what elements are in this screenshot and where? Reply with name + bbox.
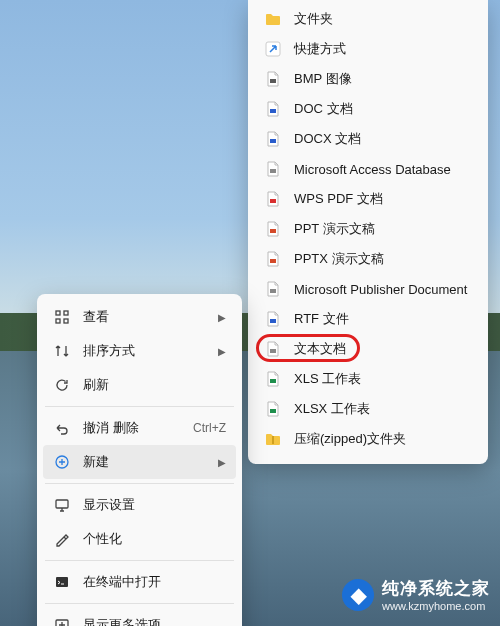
undo-icon <box>53 419 71 437</box>
xlsx-icon <box>264 400 282 418</box>
svg-rect-14 <box>56 311 60 315</box>
xls-icon <box>264 370 282 388</box>
refresh-icon <box>53 376 71 394</box>
ctx-edit-1[interactable]: 新建 ▶ <box>43 445 236 479</box>
menu-label: 新建 <box>83 453 210 471</box>
svg-rect-10 <box>270 349 276 353</box>
more-options-icon <box>53 616 71 626</box>
new-item-14[interactable]: 压缩(zipped)文件夹 <box>254 424 482 454</box>
pptx-icon <box>264 250 282 268</box>
new-submenu: 文件夹 快捷方式 BMP 图像 DOC 文档 DOCX 文档 Microsoft… <box>248 0 488 464</box>
doc-icon <box>264 100 282 118</box>
new-item-11[interactable]: 文本文档 <box>254 334 482 364</box>
svg-rect-1 <box>270 79 276 83</box>
svg-rect-9 <box>270 319 276 323</box>
svg-rect-6 <box>270 229 276 233</box>
sub-label: 文本文档 <box>294 340 472 358</box>
menu-label: 显示设置 <box>83 496 226 514</box>
sub-label: DOCX 文档 <box>294 130 472 148</box>
sub-label: XLSX 工作表 <box>294 400 472 418</box>
zip-icon <box>264 430 282 448</box>
watermark-title: 纯净系统之家 <box>382 577 490 600</box>
svg-rect-11 <box>270 379 276 383</box>
svg-rect-12 <box>270 409 276 413</box>
menu-shortcut: Ctrl+Z <box>193 421 226 435</box>
new-item-13[interactable]: XLSX 工作表 <box>254 394 482 424</box>
svg-rect-4 <box>270 169 276 173</box>
chevron-right-icon: ▶ <box>218 346 226 357</box>
watermark-logo-icon: ◆ <box>342 579 374 611</box>
sub-label: PPTX 演示文稿 <box>294 250 472 268</box>
svg-rect-17 <box>64 319 68 323</box>
terminal-icon <box>53 573 71 591</box>
svg-rect-20 <box>56 577 68 587</box>
ctx-view-1[interactable]: 排序方式 ▶ <box>43 334 236 368</box>
access-icon <box>264 160 282 178</box>
rtf-icon <box>264 310 282 328</box>
sub-label: 快捷方式 <box>294 40 472 58</box>
sub-label: 文件夹 <box>294 10 472 28</box>
sub-label: WPS PDF 文档 <box>294 190 472 208</box>
sort-icon <box>53 342 71 360</box>
new-item-12[interactable]: XLS 工作表 <box>254 364 482 394</box>
ctx-settings-1[interactable]: 个性化 <box>43 522 236 556</box>
menu-label: 在终端中打开 <box>83 573 226 591</box>
sub-label: XLS 工作表 <box>294 370 472 388</box>
sub-label: RTF 文件 <box>294 310 472 328</box>
watermark-url: www.kzmyhome.com <box>382 600 490 612</box>
ctx-settings-0[interactable]: 显示设置 <box>43 488 236 522</box>
ctx-terminal-0[interactable]: 在终端中打开 <box>43 565 236 599</box>
menu-label: 撤消 删除 <box>83 419 193 437</box>
menu-label: 刷新 <box>83 376 226 394</box>
menu-label: 显示更多选项 <box>83 616 226 626</box>
new-item-3[interactable]: DOC 文档 <box>254 94 482 124</box>
new-item-0[interactable]: 文件夹 <box>254 4 482 34</box>
new-item-6[interactable]: WPS PDF 文档 <box>254 184 482 214</box>
new-item-5[interactable]: Microsoft Access Database <box>254 154 482 184</box>
new-item-4[interactable]: DOCX 文档 <box>254 124 482 154</box>
personalize-icon <box>53 530 71 548</box>
new-item-10[interactable]: RTF 文件 <box>254 304 482 334</box>
svg-rect-8 <box>270 289 276 293</box>
svg-rect-5 <box>270 199 276 203</box>
svg-rect-16 <box>56 319 60 323</box>
sub-label: Microsoft Publisher Document <box>294 282 472 297</box>
svg-rect-7 <box>270 259 276 263</box>
new-item-2[interactable]: BMP 图像 <box>254 64 482 94</box>
txt-icon <box>264 340 282 358</box>
new-item-1[interactable]: 快捷方式 <box>254 34 482 64</box>
watermark: ◆ 纯净系统之家 www.kzmyhome.com <box>342 577 490 612</box>
folder-icon <box>264 10 282 28</box>
chevron-right-icon: ▶ <box>218 312 226 323</box>
view-grid-icon <box>53 308 71 326</box>
svg-rect-15 <box>64 311 68 315</box>
new-icon <box>53 453 71 471</box>
new-item-9[interactable]: Microsoft Publisher Document <box>254 274 482 304</box>
bmp-icon <box>264 70 282 88</box>
svg-rect-13 <box>272 436 274 444</box>
ppt-icon <box>264 220 282 238</box>
ctx-edit-0[interactable]: 撤消 删除 Ctrl+Z <box>43 411 236 445</box>
svg-rect-19 <box>56 500 68 508</box>
desktop-context-menu: 查看 ▶ 排序方式 ▶ 刷新 撤消 删除 Ctrl+Z 新建 ▶ 显示设置 个性… <box>37 294 242 626</box>
new-item-8[interactable]: PPTX 演示文稿 <box>254 244 482 274</box>
menu-label: 个性化 <box>83 530 226 548</box>
menu-label: 排序方式 <box>83 342 210 360</box>
shortcut-icon <box>264 40 282 58</box>
menu-label: 查看 <box>83 308 210 326</box>
new-item-7[interactable]: PPT 演示文稿 <box>254 214 482 244</box>
sub-label: Microsoft Access Database <box>294 162 472 177</box>
svg-rect-2 <box>270 109 276 113</box>
display-icon <box>53 496 71 514</box>
publisher-icon <box>264 280 282 298</box>
sub-label: PPT 演示文稿 <box>294 220 472 238</box>
ctx-more-0[interactable]: 显示更多选项 <box>43 608 236 626</box>
chevron-right-icon: ▶ <box>218 457 226 468</box>
docx-icon <box>264 130 282 148</box>
svg-rect-3 <box>270 139 276 143</box>
sub-label: BMP 图像 <box>294 70 472 88</box>
ctx-view-0[interactable]: 查看 ▶ <box>43 300 236 334</box>
pdf-icon <box>264 190 282 208</box>
sub-label: DOC 文档 <box>294 100 472 118</box>
ctx-view-2[interactable]: 刷新 <box>43 368 236 402</box>
